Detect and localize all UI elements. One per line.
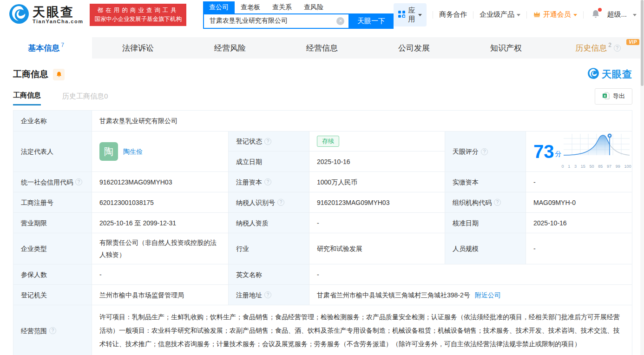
user-account-menu[interactable]: 超级... <box>607 10 637 19</box>
tab-basic-info-label: 基本信息 <box>28 43 59 53</box>
subtab-history-business-info[interactable]: 历史工商信息0 <box>62 87 108 105</box>
chevron-down-icon <box>517 14 520 16</box>
field-label: 纳税人识别号 <box>229 192 309 212</box>
field-label: 注册资本 <box>229 172 309 192</box>
search-input[interactable] <box>203 13 349 29</box>
tab-intellectual-property-label: 知识产权 <box>490 43 522 53</box>
export-button[interactable]: X 导出 <box>595 88 632 105</box>
score-number: 73 分 <box>533 143 562 160</box>
promo-banner[interactable]: 都在用的商业查询工具 国家中小企业发展子基金旗下机构 <box>90 4 186 26</box>
section-title: 工商信息 <box>13 68 48 80</box>
divider <box>433 11 433 19</box>
enterprise-product-menu[interactable]: 企业级产品 <box>480 10 520 19</box>
tab-legal-litigation[interactable]: 法律诉讼 <box>92 37 184 59</box>
business-scope-value: 许可项目：乳制品生产；生鲜乳收购；饮料生产；食品销售；食品经营管理；检验检测服务… <box>92 305 632 355</box>
apps-menu-button[interactable]: 应用 <box>394 3 427 26</box>
search-tab-risk[interactable]: 查风险 <box>298 1 329 13</box>
tab-intellectual-property[interactable]: 知识产权 <box>460 37 552 59</box>
tab-basic-info-count: 7 <box>61 42 64 48</box>
tianyancha-company-page: 天眼查 TianYanCha.com 都在用的商业查询工具 国家中小企业发展子基… <box>0 0 644 355</box>
clear-search-icon[interactable] <box>336 17 344 25</box>
score-value: 73 <box>533 143 554 160</box>
field-label: 组织机构代码 <box>445 192 526 212</box>
field-label: 成立日期 <box>229 151 309 171</box>
org-code-value: MAG09MYH-0 <box>526 192 632 212</box>
table-row: 参保人数 - 英文名称 - <box>13 264 632 285</box>
divider <box>526 11 527 19</box>
promo-line2: 国家中小企业发展子基金旗下机构 <box>94 15 182 24</box>
approval-date-value: 2025-10-16 <box>526 213 632 233</box>
table-row: 营业期限 2025-10-16 至 2099-12-31 纳税人资质 - 核准日… <box>13 213 632 233</box>
field-label: 英文名称 <box>229 264 309 284</box>
subscribe-bell-icon[interactable] <box>53 69 65 80</box>
business-info-table: 企业名称 甘肃农垦乳业研究有限公司 法定代表人 陶 陶生俭 登记状态 存续 成立… <box>13 110 632 355</box>
tianyancha-logo[interactable]: 天眼查 TianYanCha.com <box>8 3 83 26</box>
tab-legal-litigation-label: 法律诉讼 <box>122 43 154 53</box>
help-icon[interactable] <box>614 45 621 52</box>
page-scrollbar[interactable] <box>640 0 644 355</box>
company-section-tabs: 基本信息 7 法律诉讼 经营风险 经营信息 公司发展 知识产权 VIP 历史信息… <box>0 37 644 59</box>
taxpayer-quality-value: - <box>309 213 445 233</box>
field-label: 实缴资本 <box>445 172 526 192</box>
legal-rep-link[interactable]: 陶生俭 <box>123 146 143 157</box>
help-icon[interactable] <box>75 178 82 185</box>
table-row: 经营范围 许可项目：乳制品生产；生鲜乳收购；饮料生产；食品销售；食品经营管理；检… <box>13 305 632 355</box>
subtab-business-info[interactable]: 工商信息 <box>13 87 41 105</box>
legal-rep-avatar[interactable]: 陶 <box>99 142 118 161</box>
watermark-logo-icon <box>587 67 599 81</box>
help-icon[interactable] <box>264 291 271 298</box>
search-tab-relation[interactable]: 查关系 <box>266 1 298 13</box>
field-label: 登记机关 <box>13 285 92 305</box>
search-tab-boss[interactable]: 查老板 <box>235 1 266 13</box>
credit-code-value: 91620123MAG09MYH03 <box>92 172 229 192</box>
table-row: 统一社会信用代码 91620123MAG09MYH03 注册资本 1000万人民… <box>13 172 632 192</box>
field-label: 法定代表人 <box>13 131 92 171</box>
field-label: 统一社会信用代码 <box>13 172 92 192</box>
open-vip-label: 开通会员 <box>543 10 571 19</box>
brand-domain: TianYanCha.com <box>33 19 83 24</box>
search-type-tabs: 查公司 查老板 查关系 查风险 <box>203 1 394 13</box>
table-row: 法定代表人 陶 陶生俭 登记状态 存续 成立日期 2025-10-16 天眼评分 <box>13 131 632 172</box>
divider <box>583 11 584 19</box>
field-label: 注册地址 <box>229 285 309 305</box>
table-row: 企业类型 有限责任公司（非自然人投资或控股的法人独资） 行业 研究和试验发展 人… <box>13 233 632 264</box>
user-account-label: 超级... <box>607 10 627 19</box>
search-box: 天眼一下 <box>203 13 394 29</box>
table-row: 工商注册号 620123001038175 纳税人识别号 91620123MAG… <box>13 192 632 213</box>
field-label: 工商注册号 <box>13 192 92 212</box>
field-label: 登记状态 <box>229 131 309 151</box>
field-label: 营业期限 <box>13 213 92 233</box>
scrollbar-thumb[interactable] <box>641 0 644 86</box>
tianyan-score-value: 73 分 <box>526 131 635 171</box>
tab-operation-risk[interactable]: 经营风险 <box>184 37 276 59</box>
help-icon[interactable] <box>277 199 284 206</box>
chevron-down-icon <box>418 14 422 16</box>
score-distribution-chart: 013 155085 9799100 <box>562 132 631 171</box>
industry-value: 研究和试验发展 <box>309 233 445 264</box>
nearby-companies-link[interactable]: 附近公司 <box>475 290 501 300</box>
help-icon[interactable] <box>494 199 501 206</box>
notification-bell-icon[interactable] <box>591 9 600 20</box>
tab-operation-info[interactable]: 经营信息 <box>276 37 368 59</box>
search-button[interactable]: 天眼一下 <box>348 13 394 29</box>
reg-capital-value: 1000万人民币 <box>309 172 445 192</box>
help-icon[interactable] <box>481 148 488 155</box>
taxpayer-id-value: 91620123MAG09MYH03 <box>309 192 445 212</box>
tab-history-info[interactable]: VIP 历史信息 2 <box>552 37 644 59</box>
business-cooperation-link[interactable]: 商务合作 <box>439 10 467 19</box>
table-row: 企业名称 甘肃农垦乳业研究有限公司 <box>13 111 632 131</box>
insured-count-value: - <box>92 264 229 284</box>
search-tab-company[interactable]: 查公司 <box>203 1 235 13</box>
tab-basic-info[interactable]: 基本信息 7 <box>0 37 92 59</box>
help-icon[interactable] <box>264 138 271 145</box>
open-vip-menu[interactable]: 开通会员 <box>533 10 577 19</box>
field-label: 企业名称 <box>13 111 92 131</box>
tab-operation-risk-label: 经营风险 <box>214 43 246 53</box>
tianyancha-watermark: 天眼查 <box>587 67 632 81</box>
tab-company-development[interactable]: 公司发展 <box>368 37 460 59</box>
promo-line1: 都在用的商业查询工具 <box>94 6 182 15</box>
help-icon[interactable] <box>49 327 56 334</box>
field-label: 核准日期 <box>445 213 526 233</box>
help-icon[interactable] <box>264 178 271 185</box>
field-label: 天眼评分 <box>445 131 526 171</box>
